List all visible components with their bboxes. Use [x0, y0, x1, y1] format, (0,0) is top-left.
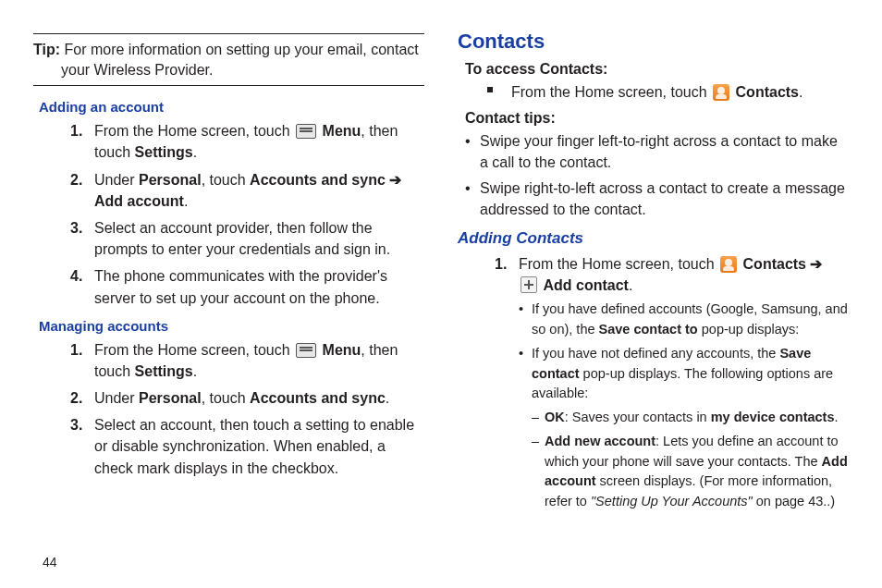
contacts-icon: [720, 256, 737, 273]
managing-accounts-steps: 1. From the Home screen, touch Menu, the…: [70, 339, 424, 479]
list-item: From the Home screen, touch Contacts.: [485, 81, 849, 103]
page-number: 44: [43, 555, 57, 570]
arrow-icon: ➔: [386, 172, 401, 188]
menu-label: Menu: [323, 123, 361, 139]
text: , touch: [202, 390, 250, 406]
step-2: 2. Under Personal, touch Accounts and sy…: [70, 387, 424, 409]
settings-label: Settings: [135, 144, 193, 160]
arrow-icon: ➔: [810, 256, 822, 272]
heading-managing-accounts: Managing accounts: [39, 318, 424, 334]
to-access-heading: To access Contacts:: [465, 61, 849, 78]
settings-label: Settings: [135, 363, 193, 379]
contacts-label: Contacts: [743, 256, 811, 272]
adding-contacts-steps: 1. From the Home screen, touch Contacts …: [495, 253, 849, 512]
reference-link: "Setting Up Your Accounts": [591, 494, 753, 508]
list-item: If you have defined accounts (Google, Sa…: [519, 300, 849, 340]
heading-adding-contacts: Adding Contacts: [458, 229, 849, 248]
menu-icon: [296, 124, 316, 139]
text: .: [193, 363, 197, 379]
dash-list: OK: Saves your contacts in my device con…: [532, 408, 849, 512]
list-item: Swipe right-to-left across a contact to …: [465, 178, 849, 220]
contacts-label: Contacts: [736, 84, 799, 100]
tip-label: Tip:: [33, 42, 60, 57]
right-column: Contacts To access Contacts: From the Ho…: [458, 22, 849, 588]
text: Under: [94, 390, 139, 406]
menu-icon: [296, 343, 316, 358]
access-list: From the Home screen, touch Contacts.: [485, 81, 849, 103]
text: From the Home screen, touch: [94, 123, 294, 139]
text: .: [184, 193, 188, 209]
accounts-sync-label: Accounts and sync: [250, 390, 386, 406]
contact-tips-list: Swipe your finger left-to-right across a…: [465, 130, 849, 220]
heading-contacts: Contacts: [458, 30, 849, 54]
text: : Saves your contacts in: [565, 410, 711, 424]
contact-tips-heading: Contact tips:: [465, 110, 849, 127]
text: Select an account provider, then follow …: [94, 220, 390, 257]
ok-label: OK: [545, 410, 565, 424]
text: , touch: [202, 172, 250, 188]
save-contact-to-label: Save contact to: [599, 322, 698, 337]
text: pop-up displays:: [698, 322, 800, 337]
text: The phone communicates with the provider…: [94, 268, 387, 305]
list-item: Add new account: Lets you define an acco…: [532, 432, 849, 512]
add-account-label: Add account: [94, 193, 184, 209]
list-item: OK: Saves your contacts in my device con…: [532, 408, 849, 428]
list-item: If you have not defined any accounts, th…: [519, 344, 849, 512]
my-device-contacts-label: my device contacts: [711, 410, 835, 424]
text: If you have not defined any accounts, th…: [532, 346, 779, 361]
step-3: 3. Select an account, then touch a setti…: [70, 414, 424, 479]
text: .: [386, 390, 389, 406]
plus-icon: [521, 276, 537, 293]
personal-label: Personal: [139, 390, 202, 406]
page: Tip: For more information on setting up …: [0, 0, 882, 588]
sub-bullets: If you have defined accounts (Google, Sa…: [519, 300, 849, 512]
text: .: [835, 410, 839, 424]
heading-adding-account: Adding an account: [39, 99, 424, 115]
tip-line1: For more information on setting up your …: [60, 42, 419, 57]
menu-label: Menu: [323, 342, 361, 358]
text: on page 43..): [753, 494, 836, 508]
add-new-account-label: Add new account: [545, 434, 655, 448]
accounts-sync-label: Accounts and sync: [250, 172, 386, 188]
tip-line2: your Wireless Provider.: [33, 60, 424, 80]
step-2: 2. Under Personal, touch Accounts and sy…: [70, 169, 424, 212]
adding-account-steps: 1. From the Home screen, touch Menu, the…: [70, 120, 424, 309]
text: Select an account, then touch a setting …: [94, 417, 414, 475]
step-3: 3. Select an account provider, then foll…: [70, 217, 424, 260]
text: .: [193, 144, 197, 160]
text: .: [629, 277, 632, 293]
personal-label: Personal: [139, 172, 202, 188]
step-1: 1. From the Home screen, touch Menu, the…: [70, 339, 424, 382]
text: Swipe your finger left-to-right across a…: [480, 133, 838, 170]
text: From the Home screen, touch: [519, 256, 718, 272]
text: .: [799, 84, 802, 100]
add-contact-label: Add contact: [543, 277, 628, 293]
tip-box: Tip: For more information on setting up …: [33, 33, 424, 86]
step-1: 1. From the Home screen, touch Menu, the…: [70, 120, 424, 163]
text: From the Home screen, touch: [511, 84, 711, 100]
left-column: Tip: For more information on setting up …: [33, 22, 424, 588]
text: Under: [94, 172, 139, 188]
text: From the Home screen, touch: [94, 342, 294, 358]
text: Swipe right-to-left across a contact to …: [480, 180, 845, 217]
step-4: 4. The phone communicates with the provi…: [70, 265, 424, 308]
list-item: Swipe your finger left-to-right across a…: [465, 130, 849, 173]
step-1: 1. From the Home screen, touch Contacts …: [495, 253, 849, 512]
contacts-icon: [713, 84, 729, 101]
